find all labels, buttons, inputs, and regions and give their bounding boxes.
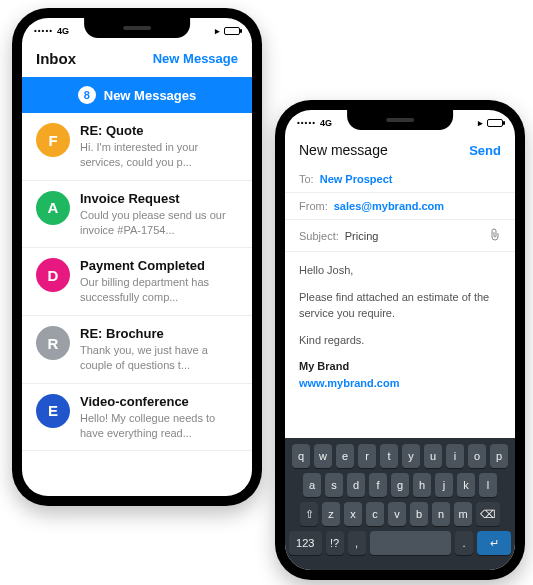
body-main: Please find attached an estimate of the … [299, 289, 501, 322]
message-preview: Hello! My collegue needs to have everyth… [80, 411, 238, 441]
wifi-icon: ▸ [215, 26, 220, 36]
key-q[interactable]: q [292, 444, 310, 468]
inbox-list: F RE: Quote Hi. I'm interested in your s… [22, 113, 252, 451]
notch [84, 18, 190, 38]
keyboard-row-2: asdfghjkl [289, 473, 511, 497]
key-[interactable]: ↵ [477, 531, 511, 555]
key-b[interactable]: b [410, 502, 428, 526]
from-value: sales@mybrand.com [334, 200, 444, 212]
attachment-icon[interactable] [489, 227, 501, 244]
key-v[interactable]: v [388, 502, 406, 526]
new-messages-banner[interactable]: 8 New Messages [22, 77, 252, 113]
key-y[interactable]: y [402, 444, 420, 468]
key-n[interactable]: n [432, 502, 450, 526]
avatar: R [36, 326, 70, 360]
message-subject: RE: Quote [80, 123, 238, 138]
from-field[interactable]: From: sales@mybrand.com [285, 193, 515, 220]
key-h[interactable]: h [413, 473, 431, 497]
key-o[interactable]: o [468, 444, 486, 468]
list-item[interactable]: F RE: Quote Hi. I'm interested in your s… [22, 113, 252, 181]
key-t[interactable]: t [380, 444, 398, 468]
avatar: A [36, 191, 70, 225]
key-[interactable]: . [455, 531, 473, 555]
key-c[interactable]: c [366, 502, 384, 526]
new-message-button[interactable]: New Message [153, 51, 238, 66]
inbox-header: Inbox New Message [22, 44, 252, 77]
key-a[interactable]: a [303, 473, 321, 497]
key-w[interactable]: w [314, 444, 332, 468]
message-body[interactable]: Hello Josh, Please find attached an esti… [285, 252, 515, 411]
send-button[interactable]: Send [469, 143, 501, 158]
page-title: New message [299, 142, 388, 158]
keyboard-row-3: ⇧zxcvbnm⌫ [289, 502, 511, 526]
key-[interactable] [370, 531, 452, 555]
message-subject: RE: Brochure [80, 326, 238, 341]
signal-dots-icon: ••••• [34, 27, 53, 35]
list-item[interactable]: E Video-conference Hello! My collegue ne… [22, 384, 252, 452]
subject-label: Subject: [299, 230, 339, 242]
signal-label: 4G [320, 118, 332, 128]
battery-icon [487, 119, 503, 127]
key-m[interactable]: m [454, 502, 472, 526]
to-label: To: [299, 173, 314, 185]
keyboard: qwertyuiop asdfghjkl ⇧zxcvbnm⌫ 123!?, .↵ [285, 438, 515, 570]
signal-dots-icon: ••••• [297, 119, 316, 127]
phone-inbox-screen: ••••• 4G ▸ Inbox New Message 8 New Messa… [22, 18, 252, 496]
avatar: E [36, 394, 70, 428]
list-item[interactable]: R RE: Brochure Thank you, we just have a… [22, 316, 252, 384]
new-count-badge: 8 [78, 86, 96, 104]
key-x[interactable]: x [344, 502, 362, 526]
message-subject: Video-conference [80, 394, 238, 409]
avatar: D [36, 258, 70, 292]
list-item[interactable]: A Invoice Request Could you please send … [22, 181, 252, 249]
message-preview: Our billing department has successfully … [80, 275, 238, 305]
phone-inbox: ••••• 4G ▸ Inbox New Message 8 New Messa… [12, 8, 262, 506]
message-preview: Thank you, we just have a couple of ques… [80, 343, 238, 373]
key-i[interactable]: i [446, 444, 464, 468]
message-preview: Hi. I'm interested in your services, cou… [80, 140, 238, 170]
key-s[interactable]: s [325, 473, 343, 497]
compose-header: New message Send [285, 136, 515, 166]
phone-compose-screen: ••••• 4G ▸ New message Send To: New Pros… [285, 110, 515, 570]
list-item[interactable]: D Payment Completed Our billing departme… [22, 248, 252, 316]
keyboard-row-1: qwertyuiop [289, 444, 511, 468]
battery-icon [224, 27, 240, 35]
body-greeting: Hello Josh, [299, 262, 501, 279]
key-g[interactable]: g [391, 473, 409, 497]
key-r[interactable]: r [358, 444, 376, 468]
message-preview: Could you please send us our invoice #PA… [80, 208, 238, 238]
page-title: Inbox [36, 50, 76, 67]
message-subject: Payment Completed [80, 258, 238, 273]
signal-label: 4G [57, 26, 69, 36]
subject-value: Pricing [345, 230, 379, 242]
body-closing: Kind regards. [299, 332, 501, 349]
from-label: From: [299, 200, 328, 212]
signature-url[interactable]: www.mybrand.com [299, 377, 399, 389]
subject-field[interactable]: Subject: Pricing [285, 220, 515, 252]
key-[interactable]: , [348, 531, 366, 555]
notch [347, 110, 453, 130]
to-value: New Prospect [320, 173, 393, 185]
keyboard-row-4: 123!?, .↵ [289, 531, 511, 555]
banner-label: New Messages [104, 88, 197, 103]
signature-brand: My Brand [299, 360, 349, 372]
key-e[interactable]: e [336, 444, 354, 468]
key-k[interactable]: k [457, 473, 475, 497]
key-j[interactable]: j [435, 473, 453, 497]
wifi-icon: ▸ [478, 118, 483, 128]
key-z[interactable]: z [322, 502, 340, 526]
key-p[interactable]: p [490, 444, 508, 468]
phone-compose: ••••• 4G ▸ New message Send To: New Pros… [275, 100, 525, 580]
key-[interactable]: ⌫ [476, 502, 500, 526]
message-subject: Invoice Request [80, 191, 238, 206]
key-l[interactable]: l [479, 473, 497, 497]
avatar: F [36, 123, 70, 157]
key-[interactable]: ⇧ [300, 502, 318, 526]
key-[interactable]: !? [326, 531, 344, 555]
key-u[interactable]: u [424, 444, 442, 468]
key-123[interactable]: 123 [289, 531, 322, 555]
key-f[interactable]: f [369, 473, 387, 497]
to-field[interactable]: To: New Prospect [285, 166, 515, 193]
key-d[interactable]: d [347, 473, 365, 497]
